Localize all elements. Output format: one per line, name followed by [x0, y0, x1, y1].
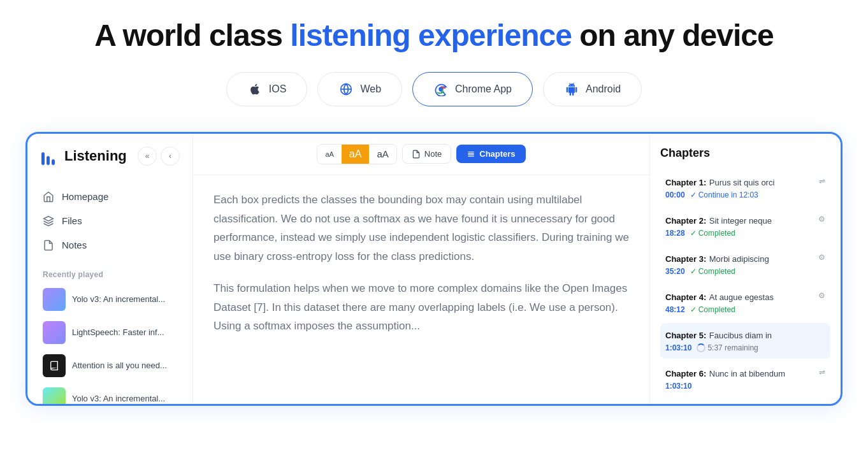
recent-item-4[interactable]: Yolo v3: An incremental... [27, 382, 192, 406]
chapter-2-header: Chapter 2: Sit integer neque ⚙ [665, 215, 825, 226]
platform-web-label: Web [360, 83, 381, 95]
app-mockup: Listening « ‹ Homepage Files [25, 132, 843, 406]
svg-rect-4 [47, 156, 50, 165]
main-heading: A world class listening experience on an… [13, 19, 855, 53]
chapter-3-meta: 35:20 ✓ Completed [665, 267, 825, 276]
chapter-1-status: ✓ Continue in 12:03 [690, 190, 758, 199]
note-button[interactable]: Note [402, 144, 451, 164]
chapter-1-ctrl: ⇌ [819, 176, 825, 185]
recent-title-4: Yolo v3: An incremental... [72, 394, 165, 403]
chapters-button[interactable]: Chapters [456, 145, 525, 163]
chapter-5-meta: 1:03:10 5:37 remaining [665, 343, 825, 352]
svg-rect-3 [41, 152, 45, 165]
recent-title-3: Attention is all you need... [72, 361, 167, 370]
chapters-icon [467, 150, 475, 159]
chapter-item-2[interactable]: Chapter 2: Sit integer neque ⚙ 18:28 ✓ C… [660, 208, 830, 244]
chapter-3-header: Chapter 3: Morbi adipiscing ⚙ [665, 253, 825, 264]
nav-notes-label: Notes [62, 240, 87, 250]
nav-files[interactable]: Files [27, 209, 192, 233]
nav-notes[interactable]: Notes [27, 233, 192, 257]
recent-item-3[interactable]: Attention is all you need... [27, 349, 192, 382]
platform-web-button[interactable]: Web [317, 72, 402, 106]
nav-files-label: Files [62, 215, 82, 226]
chapter-3-ctrl: ⚙ [818, 253, 825, 262]
recent-item-2[interactable]: LightSpeech: Faster inf... [27, 316, 192, 349]
collapse-button[interactable]: « [138, 147, 157, 166]
chapter-6-header: Chapter 6: Nunc in at bibendum ⇌ [665, 368, 825, 379]
logo-area: Listening « ‹ [27, 147, 192, 178]
chapter-4-status: ✓ Completed [690, 305, 735, 314]
chapter-3-status: ✓ Completed [690, 267, 735, 276]
platform-chrome-label: Chrome App [455, 83, 512, 95]
nav-items: Homepage Files Notes [27, 178, 192, 264]
note-icon [412, 150, 421, 159]
chapter-6-meta: 1:03:10 [665, 382, 825, 391]
logo-icon [40, 147, 58, 165]
chapter-5-header: Chapter 5: Faucibus diam in [665, 329, 825, 341]
chapter-2-label: Chapter 2: Sit integer neque [665, 215, 772, 226]
platform-ios-label: IOS [269, 83, 287, 95]
recent-item-1[interactable]: Yolo v3: An incremental... [27, 283, 192, 316]
back-button[interactable]: ‹ [161, 147, 180, 166]
content-paragraph-2: This formulation helps when we move to m… [213, 279, 629, 336]
toolbar: aA aA aA Note Chapters [193, 134, 649, 175]
chapter-1-time: 00:00 [665, 190, 685, 199]
platform-ios-button[interactable]: IOS [226, 72, 308, 106]
sidebar: Listening « ‹ Homepage Files [27, 134, 193, 404]
font-small-button[interactable]: aA [317, 147, 341, 162]
sidebar-controls: « ‹ [138, 147, 180, 166]
chapter-item-5[interactable]: Chapter 5: Faucibus diam in 1:03:10 5:37… [660, 323, 830, 359]
chapter-3-time: 35:20 [665, 267, 685, 276]
chapter-item-6[interactable]: Chapter 6: Nunc in at bibendum ⇌ 1:03:10 [660, 361, 830, 397]
font-medium-button[interactable]: aA [342, 145, 370, 164]
recent-title-1: Yolo v3: An incremental... [72, 294, 165, 304]
chapter-item-4[interactable]: Chapter 4: At augue egestas ⚙ 48:12 ✓ Co… [660, 285, 830, 320]
chapter-4-ctrl: ⚙ [818, 291, 825, 300]
platform-chrome-button[interactable]: Chrome App [412, 72, 533, 106]
content-text: Each box predicts the classes the boundi… [193, 175, 649, 404]
svg-rect-5 [52, 159, 55, 165]
chapter-4-label: Chapter 4: At augue egestas [665, 291, 774, 303]
nav-homepage-label: Homepage [62, 191, 108, 202]
chapter-1-header: Chapter 1: Purus sit quis orci ⇌ [665, 176, 825, 188]
recent-thumb-3 [43, 354, 66, 377]
main-content: aA aA aA Note Chapters Each box predicts… [193, 134, 649, 404]
apple-icon [247, 82, 263, 97]
chapter-1-label: Chapter 1: Purus sit quis orci [665, 176, 774, 188]
loading-spinner [697, 343, 705, 352]
font-size-group: aA aA aA [317, 144, 396, 164]
chapter-item-3[interactable]: Chapter 3: Morbi adipiscing ⚙ 35:20 ✓ Co… [660, 247, 830, 282]
chapter-6-ctrl: ⇌ [819, 368, 825, 377]
recent-title-2: LightSpeech: Faster inf... [72, 327, 164, 337]
book-icon [49, 361, 59, 371]
platform-android-label: Android [586, 83, 621, 95]
android-icon [564, 82, 579, 97]
recent-thumb-2 [43, 321, 66, 344]
recent-thumb-4 [43, 387, 66, 406]
chrome-icon [433, 82, 449, 97]
chapter-4-meta: 48:12 ✓ Completed [665, 305, 825, 314]
chapter-6-label: Chapter 6: Nunc in at bibendum [665, 368, 785, 379]
chapter-4-time: 48:12 [665, 305, 685, 314]
chapter-2-time: 18:28 [665, 229, 685, 238]
globe-icon [338, 82, 354, 97]
heading-highlight: listening experience [290, 18, 572, 52]
platform-android-button[interactable]: Android [543, 72, 642, 106]
chapter-2-status: ✓ Completed [690, 229, 735, 238]
chapter-1-meta: 00:00 ✓ Continue in 12:03 [665, 190, 825, 199]
chapter-2-meta: 18:28 ✓ Completed [665, 229, 825, 238]
recently-played-label: Recently played [27, 264, 192, 283]
chapter-item-1[interactable]: Chapter 1: Purus sit quis orci ⇌ 00:00 ✓… [660, 170, 830, 206]
font-large-button[interactable]: aA [369, 145, 396, 163]
recent-items: Yolo v3: An incremental... LightSpeech: … [27, 283, 192, 406]
home-icon [43, 191, 54, 203]
top-section: A world class listening experience on an… [0, 0, 868, 119]
nav-homepage[interactable]: Homepage [27, 185, 192, 209]
chapter-5-time: 1:03:10 [665, 343, 691, 352]
content-paragraph-1: Each box predicts the classes the boundi… [213, 190, 629, 266]
note-button-label: Note [424, 149, 442, 159]
chapters-button-label: Chapters [479, 149, 515, 159]
chapter-2-ctrl: ⚙ [818, 215, 825, 224]
file-icon [43, 240, 54, 251]
chapters-panel: Chapters Chapter 1: Purus sit quis orci … [649, 134, 841, 404]
